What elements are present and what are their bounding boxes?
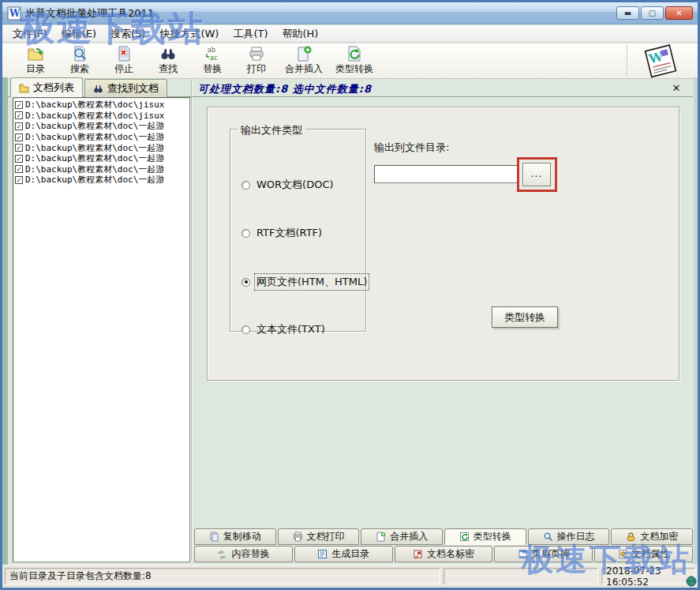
copy-icon <box>209 532 219 542</box>
header-footer-icon <box>518 549 528 559</box>
radio-label: RTF文档(RTF) <box>255 225 324 241</box>
svg-text:ab: ab <box>208 47 215 54</box>
tab-document-encrypt[interactable]: 文档加密 <box>611 528 693 545</box>
top-tabstrip: 文档列表 查找到文档 <box>10 77 190 97</box>
checkbox-checked-icon[interactable]: ✓ <box>15 144 23 152</box>
list-item[interactable]: ✓D:\backup\教程素材\doc\一起游 <box>15 153 189 164</box>
menu-file[interactable]: 文件(F) <box>6 25 54 43</box>
maximize-button[interactable]: ▢ <box>641 6 664 20</box>
list-item[interactable]: ✓D:\backup\教程素材\doc\一起游 <box>15 164 189 175</box>
checkbox-checked-icon[interactable]: ✓ <box>15 122 23 130</box>
menu-edit[interactable]: 编辑(E) <box>54 25 103 43</box>
toolbar-search-button[interactable]: 搜索 <box>58 44 102 77</box>
toolbar-separator <box>627 45 628 77</box>
tab-label: 查找到文档 <box>107 81 159 96</box>
tab-label: 生成目录 <box>331 547 369 561</box>
tab-generate-toc[interactable]: 生成目录 <box>294 546 393 562</box>
close-icon: ✕ <box>676 9 682 17</box>
output-directory-label: 输出到文件目录: <box>374 141 449 155</box>
bottom-tab-row-2: abac 内容替换 生成目录 文档名标密 页眉页脚 i 文档属性 <box>194 546 693 562</box>
tab-found-documents[interactable]: 查找到文档 <box>84 79 167 97</box>
list-item[interactable]: ✓D:\backup\教程素材\doc\jisux <box>15 111 189 122</box>
toolbar-stop-button[interactable]: 停止 <box>102 44 146 77</box>
tab-document-print[interactable]: 文档打印 <box>278 528 360 545</box>
tab-document-properties[interactable]: i 文档属性 <box>594 546 693 562</box>
search-doc-icon <box>71 46 88 62</box>
menu-bar: 文件(F) 编辑(E) 搜索(S) 快捷方式(W) 工具(T) 帮助(H) <box>2 25 698 43</box>
radio-icon[interactable] <box>241 325 250 334</box>
browse-button[interactable]: ... <box>522 163 551 186</box>
replace-icon: ab ac <box>204 46 221 62</box>
window-left-edge <box>2 77 8 584</box>
tab-label: 合并插入 <box>390 530 428 543</box>
window-right-edge <box>694 77 698 584</box>
tab-doc-name-mark[interactable]: 文档名标密 <box>395 546 493 562</box>
tab-operation-log[interactable]: 操作日志 <box>528 528 610 545</box>
tab-label: 文档加密 <box>640 530 678 543</box>
replace-icon: abac <box>217 549 227 559</box>
radio-icon[interactable] <box>241 229 250 238</box>
list-item[interactable]: ✓D:\backup\教程素材\doc\一起游 <box>15 142 189 153</box>
checkbox-checked-icon[interactable]: ✓ <box>15 111 23 119</box>
checkbox-checked-icon[interactable]: ✓ <box>15 101 23 109</box>
tab-label: 文档属性 <box>632 547 670 561</box>
radio-icon[interactable] <box>241 181 250 190</box>
tab-document-list[interactable]: 文档列表 <box>10 77 83 97</box>
checkbox-checked-icon[interactable]: ✓ <box>15 133 23 141</box>
bottom-tab-row-1: 复制移动 文档打印 合并插入 类型转换 操作日志 文档加密 <box>194 528 693 545</box>
checkbox-checked-icon[interactable]: ✓ <box>15 176 23 184</box>
toolbar-directory-button[interactable]: 目录 <box>13 44 58 77</box>
toolbar-replace-button[interactable]: ab ac 替换 <box>190 44 234 77</box>
printer-icon <box>248 46 265 62</box>
doc-name-icon <box>413 549 423 559</box>
radio-txt[interactable]: 文本文件(TXT) <box>241 321 327 337</box>
output-directory-input[interactable] <box>374 165 518 183</box>
toolbar-label: 打印 <box>247 62 266 76</box>
tab-label: 文档名标密 <box>427 547 474 561</box>
toolbar-label: 查找 <box>159 62 178 76</box>
panel-close-button[interactable]: ✕ <box>669 81 683 96</box>
list-item[interactable]: ✓D:\backup\教程素材\doc\一起游 <box>15 132 189 143</box>
folder-icon <box>19 83 29 93</box>
radio-doc[interactable]: WOR文档(DOC) <box>241 177 335 193</box>
tab-type-convert[interactable]: 类型转换 <box>444 528 526 545</box>
toolbar-find-button[interactable]: 查找 <box>146 44 190 77</box>
svg-text:ac: ac <box>220 554 226 559</box>
menu-tools[interactable]: 工具(T) <box>226 25 275 43</box>
timestamp: 2018-07-23 16:05:52 <box>606 566 691 588</box>
tab-label: 操作日志 <box>557 530 595 543</box>
groupbox-title: 输出文件类型 <box>238 123 305 137</box>
type-convert-panel: 输出文件类型 WOR文档(DOC) RTF文档(RTF) 网页文件(HTM、HT… <box>207 107 679 381</box>
title-bar: W 米普文档批量处理工具2011 ▬ ▢ ✕ <box>2 2 698 24</box>
tab-header-footer[interactable]: 页眉页脚 <box>494 546 593 562</box>
close-button[interactable]: ✕ <box>665 6 693 20</box>
document-counts-text: 可处理文档数量:8 选中文件数量:8 <box>198 82 372 96</box>
radio-rtf[interactable]: RTF文档(RTF) <box>241 225 324 241</box>
type-convert-button[interactable]: 类型转换 <box>492 306 558 328</box>
menu-help[interactable]: 帮助(H) <box>275 25 325 43</box>
minimize-button[interactable]: ▬ <box>616 6 639 20</box>
radio-icon[interactable] <box>241 278 250 287</box>
list-item[interactable]: ✓D:\backup\教程素材\doc\jisux <box>15 100 189 111</box>
toolbar-merge-insert-button[interactable]: 合并插入 <box>279 44 329 77</box>
status-bar: 当前目录及子目录包含文档数量:8 2018-07-23 16:05:52 <box>2 565 698 588</box>
printer-icon <box>293 532 303 542</box>
folder-arrow-icon <box>27 46 44 62</box>
tab-content-replace[interactable]: abac 内容替换 <box>194 546 293 562</box>
menu-shortcut[interactable]: 快捷方式(W) <box>152 25 226 43</box>
list-item[interactable]: ✓D:\backup\教程素材\doc\一起游 <box>15 121 189 132</box>
radio-html[interactable]: 网页文件(HTM、HTML) <box>241 274 369 290</box>
tab-merge-insert[interactable]: 合并插入 <box>361 528 443 545</box>
stop-doc-icon <box>115 46 133 62</box>
toolbar-label: 停止 <box>114 62 133 76</box>
toolbar-print-button[interactable]: 打印 <box>234 44 279 77</box>
checkbox-checked-icon[interactable]: ✓ <box>15 165 23 173</box>
document-list[interactable]: ✓D:\backup\教程素材\doc\jisux ✓D:\backup\教程素… <box>13 97 190 562</box>
toolbar-label: 目录 <box>26 62 45 76</box>
tab-copy-move[interactable]: 复制移动 <box>194 528 276 545</box>
list-item[interactable]: ✓D:\backup\教程素材\doc\一起游 <box>15 175 189 186</box>
toolbar-type-convert-button[interactable]: 类型转换 <box>329 44 380 77</box>
toolbar: 目录 搜索 停止 查找 <box>2 43 698 79</box>
menu-search[interactable]: 搜索(S) <box>103 25 152 43</box>
checkbox-checked-icon[interactable]: ✓ <box>15 155 23 163</box>
